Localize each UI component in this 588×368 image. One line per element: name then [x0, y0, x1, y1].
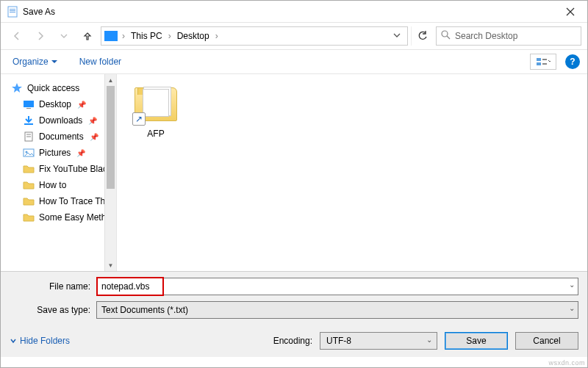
svg-rect-14 — [24, 123, 33, 125]
search-placeholder: Search Desktop — [455, 31, 517, 41]
breadcrumb-thispc[interactable]: This PC — [129, 31, 164, 41]
chevron-down-icon: ⌄ — [426, 336, 432, 344]
downloads-icon — [23, 115, 35, 126]
filename-value: notepad.vbs — [101, 281, 149, 292]
folder-item[interactable]: ↗ AFP — [130, 83, 182, 139]
pin-icon: 📌 — [77, 101, 86, 109]
scroll-thumb[interactable] — [107, 86, 115, 189]
sidebar-item-downloads[interactable]: Downloads📌 — [11, 112, 116, 129]
thispc-icon — [104, 31, 118, 41]
save-button[interactable]: Save — [445, 332, 508, 350]
up-button[interactable] — [77, 26, 98, 46]
save-form: File name: notepad.vbs ⌄ Save as type: T… — [1, 271, 587, 325]
documents-icon — [23, 131, 35, 142]
organize-button[interactable]: Organize — [8, 54, 62, 70]
refresh-button[interactable] — [411, 26, 433, 46]
svg-point-19 — [26, 151, 28, 154]
filename-label: File name: — [10, 281, 96, 292]
footer: Hide Folders Encoding: UTF-8 ⌄ Save Canc… — [1, 325, 587, 357]
breadcrumb-desktop[interactable]: Desktop — [176, 31, 211, 41]
watermark: wsxdn.com — [548, 359, 585, 367]
sidebar-item-desktop[interactable]: Desktop📌 — [11, 96, 116, 112]
pin-icon: 📌 — [76, 149, 85, 157]
recent-dropdown[interactable] — [54, 26, 74, 46]
chevron-down-icon: ⌄ — [569, 304, 575, 312]
svg-line-7 — [447, 36, 450, 39]
new-folder-button[interactable]: New folder — [75, 54, 126, 70]
svg-rect-8 — [537, 58, 541, 61]
filename-input[interactable]: notepad.vbs ⌄ — [96, 278, 578, 295]
desktop-icon — [23, 99, 35, 109]
folder-icon — [23, 164, 35, 174]
file-pane[interactable]: ↗ AFP — [117, 74, 587, 271]
pictures-icon — [23, 148, 35, 158]
sidebar-item-folder[interactable]: How To Trace The — [11, 193, 116, 209]
title-bar: Save As — [1, 1, 587, 23]
svg-rect-1 — [10, 9, 15, 10]
navigation-row: › This PC › Desktop › Search Desktop — [1, 23, 587, 49]
sidebar-item-documents[interactable]: Documents📌 — [11, 129, 116, 145]
folder-icon — [23, 196, 35, 206]
sidebar: Quick access Desktop📌 Downloads📌 Documen… — [1, 74, 117, 271]
scroll-down[interactable]: ▼ — [105, 259, 116, 271]
quick-access[interactable]: Quick access — [11, 80, 116, 96]
back-button[interactable] — [7, 26, 27, 46]
cancel-button[interactable]: Cancel — [515, 332, 578, 350]
encoding-value: UTF-8 — [326, 336, 351, 346]
saveastype-value: Text Documents (*.txt) — [101, 305, 188, 315]
svg-rect-2 — [10, 10, 15, 11]
close-button[interactable] — [553, 1, 587, 23]
address-dropdown[interactable] — [390, 31, 404, 41]
breadcrumb-sep: › — [122, 31, 125, 41]
folder-icon — [23, 212, 35, 223]
svg-rect-10 — [542, 59, 547, 60]
pin-icon: 📌 — [90, 133, 98, 141]
svg-rect-9 — [537, 62, 541, 65]
sidebar-item-folder[interactable]: How to — [11, 177, 116, 193]
saveastype-label: Save as type: — [10, 305, 96, 315]
forward-button[interactable] — [30, 26, 51, 46]
svg-rect-13 — [26, 108, 31, 109]
svg-point-6 — [442, 31, 448, 37]
body: Quick access Desktop📌 Downloads📌 Documen… — [1, 74, 587, 271]
view-options-button[interactable] — [530, 54, 556, 70]
address-bar[interactable]: › This PC › Desktop › — [101, 26, 408, 46]
scroll-up[interactable]: ▲ — [105, 74, 116, 86]
sidebar-item-pictures[interactable]: Pictures📌 — [11, 145, 116, 161]
folder-icon-large: ↗ — [132, 83, 179, 124]
shortcut-overlay-icon: ↗ — [132, 112, 146, 126]
encoding-combo[interactable]: UTF-8 ⌄ — [320, 332, 437, 350]
search-icon — [441, 30, 451, 42]
sidebar-item-folder[interactable]: Fix YouTube Black — [11, 161, 116, 177]
toolbar: Organize New folder ? — [1, 49, 587, 74]
hide-folders-button[interactable]: Hide Folders — [10, 336, 70, 346]
window-title: Save As — [23, 7, 55, 17]
filename-dropdown-icon[interactable]: ⌄ — [569, 281, 575, 289]
star-icon — [11, 83, 23, 93]
svg-rect-11 — [542, 63, 547, 65]
encoding-label: Encoding: — [273, 336, 312, 346]
breadcrumb-sep: › — [168, 31, 171, 41]
svg-rect-12 — [24, 101, 34, 107]
breadcrumb-sep: › — [215, 31, 218, 41]
saveastype-combo[interactable]: Text Documents (*.txt) ⌄ — [96, 301, 578, 319]
svg-rect-3 — [10, 12, 15, 12]
help-button[interactable]: ? — [565, 54, 580, 69]
pin-icon: 📌 — [88, 117, 97, 125]
app-icon — [7, 6, 18, 18]
search-box[interactable]: Search Desktop — [436, 26, 581, 46]
folder-name: AFP — [130, 129, 182, 139]
sidebar-scrollbar[interactable]: ▲ ▼ — [104, 74, 116, 271]
folder-icon — [23, 180, 35, 190]
sidebar-item-folder[interactable]: Some Easy Methods — [11, 209, 116, 226]
